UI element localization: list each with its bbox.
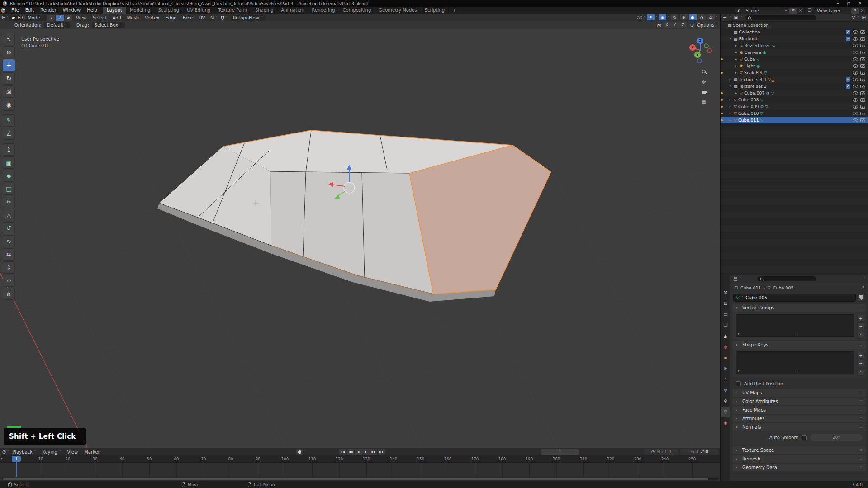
snap-target-icon[interactable]: ⊙ (690, 23, 694, 28)
breadcrumb-data[interactable]: Cube.005 (773, 285, 794, 290)
viewport-menu-face[interactable]: Face (180, 15, 196, 21)
expand-icon[interactable]: ▸ (728, 105, 732, 109)
outliner-item-cube-007[interactable]: ▸▽Cube.007⚙▽ (721, 90, 868, 96)
new-scene-button[interactable]: ⧉ (789, 8, 797, 14)
orientation-dropdown[interactable]: Default ˅ (44, 22, 70, 28)
auto-keying-button[interactable] (296, 449, 303, 455)
outliner-item-cube-010[interactable]: ▸▽Cube.010▽ (721, 110, 868, 117)
outliner-item-beziercurve[interactable]: ▸∿BezierCurve∿ (721, 42, 868, 49)
properties-tab-material[interactable]: ◉ (721, 418, 730, 428)
disable-render-toggle[interactable] (860, 57, 865, 61)
mode-dropdown[interactable]: ▰ Edit Mode ˅ (9, 15, 47, 21)
viewport-menu-uv[interactable]: UV (196, 15, 208, 21)
vertex-groups-list[interactable]: ▸:::: (736, 314, 854, 337)
unlink-scene-icon[interactable]: ✕ (799, 8, 802, 13)
filter-funnel-icon[interactable]: ∇ (852, 15, 855, 20)
hide-viewport-toggle[interactable] (853, 64, 858, 68)
disable-render-toggle[interactable] (860, 37, 865, 41)
vertex-groups-remove-button[interactable]: − (857, 322, 864, 329)
workspace-tab-rendering[interactable]: Rendering (308, 7, 339, 14)
workspace-tab-shading[interactable]: Shading (251, 7, 278, 14)
hide-viewport-toggle[interactable] (853, 91, 858, 95)
viewport-menu-vertex[interactable]: Vertex (142, 15, 162, 21)
outliner-item-blockout[interactable]: ▾▦Blockout✓ (721, 35, 868, 42)
properties-tab-physics[interactable]: ⊚ (721, 385, 730, 395)
properties-tab-modifiers[interactable]: ⚙ (721, 364, 730, 374)
menu-render[interactable]: Render (37, 7, 60, 13)
blender-menu-icon[interactable] (1, 8, 5, 13)
new-view-layer-button[interactable]: ⧉ (851, 8, 859, 14)
expand-icon[interactable]: ▸ (734, 64, 738, 68)
panel-header-uv-maps[interactable]: ›UV Maps∷ (732, 389, 866, 397)
properties-tab-tool[interactable]: ⚒ (721, 288, 730, 298)
edge-select-button[interactable]: ╱ (56, 15, 64, 21)
workspace-tab-modeling[interactable]: Modeling (126, 7, 155, 14)
expand-icon[interactable]: ▸ (728, 118, 732, 122)
cursor-tool[interactable]: ⊕ (3, 46, 15, 58)
annotate-tool[interactable]: ✎ (3, 114, 15, 127)
hide-viewport-toggle[interactable] (853, 118, 858, 122)
expand-icon[interactable]: ▸ (728, 78, 732, 81)
panel-header-normals[interactable]: ▾Normals∷ (732, 423, 866, 431)
poly-build-tool[interactable]: △ (3, 209, 15, 221)
axis-x-negative-ball[interactable] (707, 48, 712, 53)
menu-file[interactable]: File (8, 7, 22, 13)
outliner-item-scaleref[interactable]: ▸▽ScaleRef▽ (721, 69, 868, 76)
hide-viewport-toggle[interactable] (853, 98, 858, 102)
expand-icon[interactable]: ▸ (728, 98, 732, 102)
outliner-item-cube-008[interactable]: ▸▽Cube.008▽ (721, 96, 868, 103)
shape-keys-add-button[interactable]: + (857, 352, 864, 359)
visibility-icon[interactable] (637, 16, 642, 19)
workspace-tab-uv-editing[interactable]: UV Editing (183, 7, 214, 14)
snap-magnet-icon[interactable]: Ω (221, 15, 224, 20)
play-reverse-button[interactable]: ◀ (355, 449, 362, 455)
hide-viewport-toggle[interactable] (853, 44, 858, 47)
shape-keys-list[interactable]: ▸:::: (736, 351, 854, 374)
measure-tool[interactable]: ∠ (3, 128, 15, 140)
workspace-tab-geometry-nodes[interactable]: Geometry Nodes (375, 7, 421, 14)
loop-cut-tool[interactable]: ◫ (3, 183, 15, 195)
options-menu[interactable]: Options (697, 23, 715, 28)
auto-smooth-checkbox[interactable] (802, 435, 807, 440)
gizmo-toggle-button[interactable]: ↗ (647, 14, 655, 20)
rip-region-tool[interactable]: ⋔ (3, 288, 15, 300)
collection-checkbox[interactable]: ✓ (846, 77, 850, 82)
pin-icon[interactable]: ⚲ (784, 8, 787, 13)
disable-render-toggle[interactable] (860, 98, 865, 102)
workspace-tab-texture-paint[interactable]: Texture Paint (214, 7, 251, 14)
outliner-item-cube[interactable]: ▸▽Cube▽ (721, 56, 868, 62)
workspace-tab-sculpting[interactable]: Sculpting (154, 7, 183, 14)
workspace-tab-compositing[interactable]: Compositing (339, 7, 375, 14)
smooth-tool[interactable]: ∿ (3, 235, 15, 247)
solid-shading-button[interactable]: ● (689, 14, 697, 20)
disable-render-toggle[interactable] (860, 71, 865, 75)
view-layer-selector[interactable]: ❐ ˅ View Layer ⧉ ✕ (806, 7, 866, 14)
disable-render-toggle[interactable] (860, 118, 865, 122)
close-button[interactable]: ✕ (859, 1, 862, 5)
disable-render-toggle[interactable] (860, 51, 865, 54)
editor-type-icon[interactable]: ⊞ (2, 15, 5, 20)
axis-x-ball[interactable]: X (689, 44, 696, 51)
properties-editor-icon[interactable]: ▤ (733, 277, 737, 281)
hide-viewport-toggle[interactable] (853, 57, 858, 61)
timeline-menu-keying[interactable]: Keying˅ (39, 449, 63, 455)
frame-end-field[interactable]: End 250 (680, 449, 718, 455)
disable-render-toggle[interactable] (860, 30, 865, 34)
perspective-toggle-button[interactable]: ▦ (700, 98, 708, 106)
xray-toggle-button[interactable]: ⧉ (671, 14, 678, 20)
workspace-tab-layout[interactable]: Layout (103, 7, 126, 14)
menu-window[interactable]: Window (60, 7, 84, 13)
timeline-scrollbar-thumb[interactable] (3, 478, 708, 480)
panel-header-attributes[interactable]: ›Attributes∷ (732, 415, 866, 422)
vertex-groups-specials-button[interactable]: ˅ (857, 332, 864, 339)
mirror-y-toggle[interactable]: Y (671, 22, 679, 28)
next-keyframe-button[interactable]: ▶▶ (370, 449, 377, 455)
mirror-z-toggle[interactable]: Z (679, 22, 687, 28)
overlays-toggle-button[interactable]: ◉ (659, 14, 666, 20)
properties-tab-object[interactable]: ▪ (721, 353, 730, 363)
disable-render-toggle[interactable] (860, 78, 865, 81)
hide-viewport-toggle[interactable] (853, 51, 858, 54)
mesh-name-field[interactable]: ▽ ˅ Cube.005 (733, 294, 856, 302)
collection-checkbox[interactable]: ✓ (846, 30, 850, 34)
properties-tab-view-layer[interactable]: ❐ (721, 320, 730, 330)
